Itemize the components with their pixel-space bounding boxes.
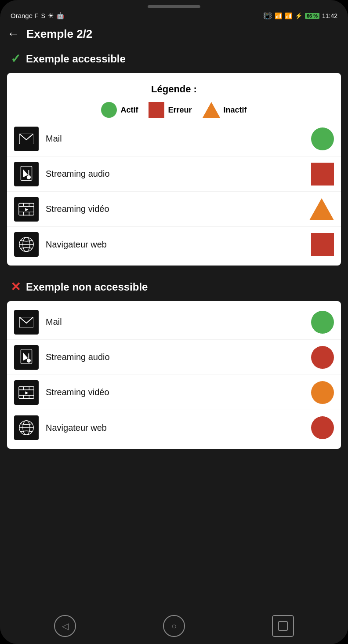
accessible-title-text: Exemple accessible (26, 53, 126, 65)
inactive-shape (203, 102, 220, 118)
non-accessible-audio-status (311, 346, 334, 369)
non-accessible-video-icon (14, 380, 39, 405)
video-svg (18, 203, 34, 216)
status-bar: Orange F S ☀ 🤖 📳 📶 📶 ⚡ 66 % 11:42 (0, 8, 348, 23)
non-accessible-card: Mail Streaming audio (7, 301, 341, 449)
non-accessible-mail-active-circle (311, 311, 334, 334)
recent-nav-button[interactable] (272, 615, 294, 637)
accessible-web-status (311, 233, 334, 256)
legend-item-inactive: Inactif (203, 102, 247, 118)
app-header: ← Exemple 2/2 (0, 23, 348, 48)
svg-point-19 (27, 358, 31, 362)
accessible-mail-label: Mail (46, 134, 311, 144)
non-accessible-section-title: ✕ Exemple non accessible (0, 276, 348, 301)
active-label: Actif (120, 106, 138, 115)
legend-section: Légende : Actif Erreur Inactif (7, 76, 341, 121)
error-shape (149, 102, 164, 118)
time-display: 11:42 (322, 12, 337, 19)
accessible-mail-row: Mail (7, 121, 341, 156)
non-accessible-web-row: Navigateur web (7, 410, 341, 445)
x-icon: ✕ (11, 280, 21, 294)
audio-svg (19, 166, 33, 182)
legend-item-error: Erreur (149, 102, 192, 118)
status-right: 📳 📶 📶 ⚡ 66 % 11:42 (263, 11, 337, 20)
status-left: Orange F S ☀ 🤖 (11, 12, 65, 20)
non-accessible-web-icon (14, 415, 39, 440)
non-accessible-video-status (311, 381, 334, 404)
back-nav-button[interactable]: ◁ (54, 615, 76, 637)
check-icon: ✓ (11, 51, 21, 66)
page-title: Exemple 2/2 (26, 27, 92, 41)
active-status-circle (311, 127, 334, 150)
home-nav-icon: ○ (171, 621, 177, 631)
non-accessible-video-inactive-circle (311, 381, 334, 404)
non-accessible-video-svg (18, 386, 34, 399)
accessible-web-row: Navigateur web (7, 227, 341, 262)
back-button[interactable]: ← (7, 27, 19, 41)
mail-svg (19, 134, 33, 144)
non-accessible-mail-svg (19, 317, 33, 327)
strikethrough-icon: S (41, 12, 45, 19)
video-icon (14, 197, 39, 222)
home-nav-button[interactable]: ○ (163, 615, 185, 637)
accessible-video-row: Streaming vidéo (7, 192, 341, 227)
non-accessible-web-error-circle (311, 416, 334, 439)
web-svg (18, 236, 34, 252)
non-accessible-title-text: Exemple non accessible (26, 281, 148, 293)
non-accessible-mail-icon (14, 310, 39, 335)
active-shape (101, 102, 117, 118)
inactive-label: Inactif (224, 106, 247, 115)
non-accessible-audio-row: Streaming audio (7, 340, 341, 375)
non-accessible-mail-row: Mail (7, 305, 341, 340)
accessible-web-label: Navigateur web (46, 240, 311, 250)
wifi-icon: 📶 (275, 12, 282, 19)
vibrate-icon: 📳 (263, 11, 272, 20)
inactive-status-triangle (309, 198, 334, 220)
non-accessible-audio-error-circle (311, 346, 334, 369)
back-nav-icon: ◁ (62, 621, 69, 631)
non-accessible-audio-label: Streaming audio (46, 352, 311, 362)
brightness-icon: ☀ (48, 12, 54, 20)
non-accessible-mail-status (311, 311, 334, 334)
accessible-video-label: Streaming vidéo (46, 204, 309, 214)
error-status-square (311, 163, 334, 186)
non-accessible-video-row: Streaming vidéo (7, 375, 341, 410)
bottom-nav: ◁ ○ (0, 608, 348, 644)
svg-point-3 (27, 175, 31, 179)
non-accessible-audio-icon (14, 345, 39, 370)
error-label: Erreur (168, 106, 192, 115)
accessible-section-title: ✓ Exemple accessible (0, 48, 348, 73)
accessible-audio-label: Streaming audio (46, 169, 311, 179)
legend-item-active: Actif (101, 102, 138, 118)
non-accessible-web-label: Navigateur web (46, 423, 311, 433)
carrier-text: Orange F (11, 12, 38, 19)
accessible-card: Légende : Actif Erreur Inactif (7, 73, 341, 266)
audio-icon (14, 162, 39, 186)
accessible-audio-row: Streaming audio (7, 156, 341, 192)
mail-icon (14, 127, 39, 151)
signal-icon: 📶 (285, 12, 292, 19)
error-status-square-web (311, 233, 334, 256)
recent-nav-icon (278, 621, 288, 631)
legend-title: Légende : (18, 84, 330, 95)
accessible-audio-status (311, 163, 334, 186)
non-accessible-audio-svg (19, 349, 33, 365)
accessible-video-status (309, 198, 334, 220)
legend-items: Actif Erreur Inactif (18, 102, 330, 118)
non-accessible-web-svg (18, 420, 34, 436)
charging-icon: ⚡ (295, 12, 302, 19)
web-icon (14, 232, 39, 257)
non-accessible-video-label: Streaming vidéo (46, 387, 311, 397)
non-accessible-web-status (311, 416, 334, 439)
battery-level: 66 % (305, 13, 319, 19)
accessible-mail-status (311, 127, 334, 150)
non-accessible-mail-label: Mail (46, 317, 311, 327)
android-icon: 🤖 (56, 12, 65, 20)
